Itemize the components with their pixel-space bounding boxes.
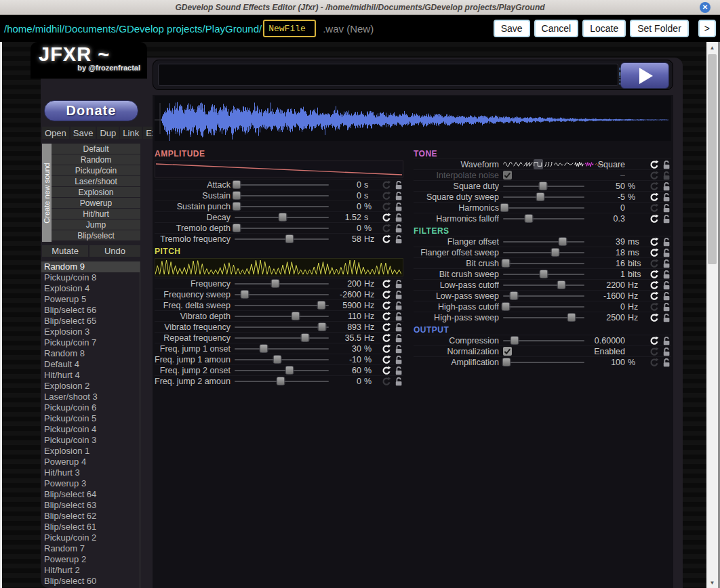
cancel-button[interactable]: Cancel (534, 20, 579, 37)
filename-input[interactable] (263, 20, 316, 37)
set-folder-button[interactable]: Set Folder (630, 20, 689, 37)
slider-track[interactable] (503, 207, 584, 209)
waveform-sawtooth-icon[interactable] (523, 159, 533, 169)
list-item[interactable]: Pickup/coin 6 (41, 402, 140, 413)
slider-handle[interactable] (502, 358, 511, 366)
list-item[interactable]: Powerup 5 (41, 294, 140, 305)
preset-pickup-coin[interactable]: Pickup/coin (52, 165, 140, 175)
slider-track[interactable] (503, 306, 584, 308)
preset-hit-hurt[interactable]: Hit/hurt (52, 209, 140, 219)
slider-handle[interactable] (232, 180, 241, 189)
lock-icon[interactable] (661, 269, 671, 279)
slider-track[interactable] (235, 305, 329, 306)
slider-handle[interactable] (285, 366, 294, 375)
slider-track[interactable] (503, 263, 584, 264)
slider-handle[interactable] (558, 237, 567, 246)
link-link[interactable]: Link (120, 127, 142, 139)
lock-icon[interactable] (393, 201, 403, 211)
list-item[interactable]: Blip/select 60 (41, 576, 140, 587)
slider-handle[interactable] (273, 355, 281, 364)
preset-blip-select[interactable]: Blip/select (52, 230, 140, 240)
reset-icon[interactable] (381, 322, 391, 332)
preset-default[interactable]: Default (52, 144, 140, 154)
waveform-triangle-icon[interactable] (513, 159, 523, 169)
list-item[interactable]: Explosion 1 (41, 446, 140, 457)
lock-icon[interactable] (661, 280, 671, 290)
mutate-button[interactable]: Mutate (42, 245, 88, 257)
lock-icon[interactable] (393, 343, 403, 354)
reset-icon[interactable] (381, 201, 391, 211)
slider-track[interactable] (235, 217, 329, 218)
titlebar[interactable]: GDevelop Sound Effects Editor (Jfxr) - /… (0, 0, 720, 15)
reset-icon[interactable] (649, 258, 659, 268)
slider-track[interactable] (235, 359, 329, 360)
slider-handle[interactable] (538, 182, 547, 190)
lock-icon[interactable] (661, 357, 671, 367)
lock-icon[interactable] (393, 223, 403, 233)
list-item[interactable]: Blip/select 66 (41, 305, 140, 316)
slider-handle[interactable] (318, 322, 327, 331)
list-item[interactable]: Blip/select 64 (41, 489, 140, 500)
slider-handle[interactable] (260, 344, 268, 353)
scroll-down-icon[interactable]: ▼ (706, 577, 718, 588)
reset-icon[interactable] (649, 247, 659, 257)
reset-icon[interactable] (649, 203, 659, 213)
slider-handle[interactable] (317, 301, 325, 310)
lock-icon[interactable] (393, 365, 403, 375)
lock-icon[interactable] (393, 300, 403, 310)
slider-track[interactable] (503, 241, 584, 243)
lock-icon[interactable] (661, 203, 671, 213)
reset-icon[interactable] (649, 181, 659, 191)
list-item[interactable]: Hit/hurt 2 (41, 565, 140, 576)
slider-track[interactable] (235, 370, 329, 371)
list-item[interactable]: Random 8 (41, 348, 140, 359)
slider-track[interactable] (503, 317, 584, 318)
slider-track[interactable] (235, 337, 329, 339)
scroll-up-icon[interactable]: ▲ (706, 42, 718, 53)
slider-track[interactable] (235, 316, 329, 317)
reset-icon[interactable] (381, 223, 391, 233)
undo-button[interactable]: Undo (89, 245, 140, 257)
slider-track[interactable] (235, 238, 329, 240)
more-button[interactable]: > (698, 20, 716, 37)
list-item[interactable]: Explosion 4 (41, 283, 140, 294)
donate-button[interactable]: Donate (44, 100, 138, 121)
reset-icon[interactable] (381, 212, 391, 222)
lock-icon[interactable] (393, 212, 403, 222)
slider-track[interactable] (235, 283, 329, 285)
preset-random[interactable]: Random (52, 154, 140, 165)
close-icon[interactable]: ✕ (700, 2, 711, 13)
slider-track[interactable] (503, 285, 584, 286)
lock-icon[interactable] (661, 236, 671, 247)
slider-handle[interactable] (540, 270, 548, 278)
slider-track[interactable] (503, 274, 584, 275)
reset-icon[interactable] (649, 213, 659, 224)
reset-icon[interactable] (381, 376, 391, 386)
preset-laser-shoot[interactable]: Laser/shoot (52, 176, 140, 186)
list-item[interactable]: Pickup/coin 7 (41, 337, 140, 348)
slider-handle[interactable] (232, 224, 241, 232)
slider-handle[interactable] (301, 333, 310, 342)
reset-icon[interactable] (381, 180, 391, 190)
slider-handle[interactable] (232, 191, 241, 200)
list-item[interactable]: Blip/select 65 (41, 316, 140, 327)
reset-icon[interactable] (649, 170, 659, 180)
list-item[interactable]: Blip/select 62 (41, 511, 140, 522)
lock-icon[interactable] (661, 213, 671, 224)
save-link[interactable]: Save (71, 127, 96, 139)
waveform-whitenoise-icon[interactable] (574, 159, 584, 169)
lock-icon[interactable] (393, 322, 403, 332)
normalization-checkbox[interactable] (503, 347, 512, 356)
slider-handle[interactable] (551, 248, 559, 257)
slider-handle[interactable] (509, 291, 518, 300)
lock-icon[interactable] (393, 289, 403, 299)
reset-icon[interactable] (649, 357, 659, 367)
slider-handle[interactable] (510, 336, 519, 345)
slider-handle[interactable] (232, 202, 241, 211)
slider-track[interactable] (235, 206, 329, 207)
waveform-sine-icon[interactable] (503, 159, 513, 169)
list-item[interactable]: Random 9 (41, 261, 140, 272)
slider-track[interactable] (235, 294, 329, 295)
waveform-square-icon[interactable] (534, 159, 543, 169)
lock-icon[interactable] (393, 376, 403, 386)
